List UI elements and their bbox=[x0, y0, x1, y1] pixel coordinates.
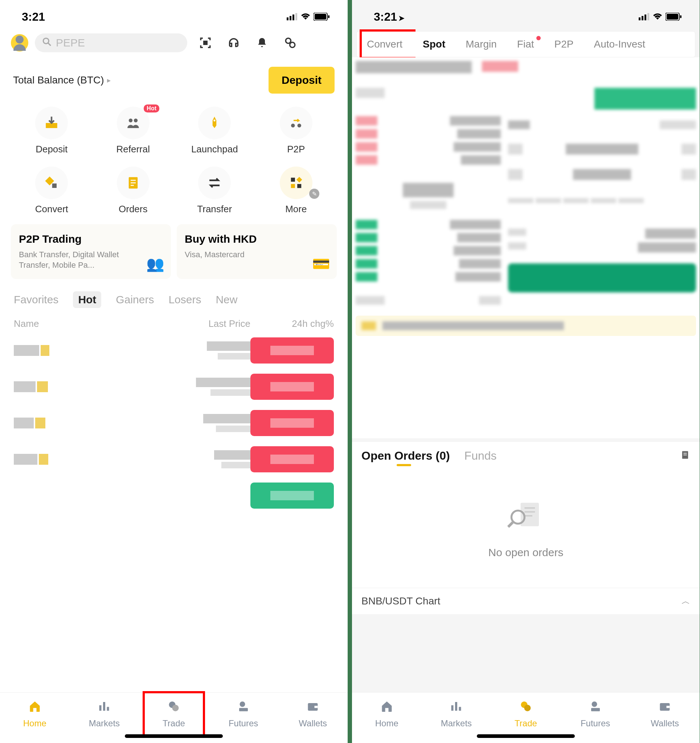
svg-rect-6 bbox=[328, 15, 329, 18]
tab-autoinvest[interactable]: Auto-Invest bbox=[583, 31, 656, 57]
search-placeholder: PEPE bbox=[56, 37, 85, 49]
svg-rect-40 bbox=[647, 13, 649, 20]
balance-row: Total Balance (BTC) ▸ Deposit bbox=[0, 56, 348, 100]
tab-hot[interactable]: Hot bbox=[73, 291, 101, 308]
bottom-nav: Home Markets Trade Futures Wallets bbox=[352, 692, 700, 743]
orders-icon bbox=[117, 167, 150, 199]
nav-wallets[interactable]: Wallets bbox=[278, 693, 348, 736]
svg-rect-5 bbox=[314, 14, 326, 19]
deposit-button[interactable]: Deposit bbox=[268, 67, 335, 93]
market-header: Name Last Price 24h chg% bbox=[0, 312, 348, 332]
nav-trade[interactable]: Trade bbox=[491, 693, 561, 736]
svg-point-33 bbox=[239, 702, 245, 707]
svg-rect-3 bbox=[295, 13, 297, 20]
svg-rect-55 bbox=[459, 707, 461, 711]
notification-dot bbox=[536, 36, 541, 40]
nav-markets[interactable]: Markets bbox=[70, 693, 139, 736]
action-more[interactable]: ✎ More bbox=[255, 167, 337, 215]
chart-bar[interactable]: BNB/USDT Chart ︿ bbox=[352, 588, 700, 614]
tab-new[interactable]: New bbox=[215, 293, 237, 306]
svg-rect-43 bbox=[680, 15, 682, 18]
tab-losers[interactable]: Losers bbox=[168, 293, 201, 306]
action-convert[interactable]: Convert bbox=[11, 167, 92, 215]
svg-rect-34 bbox=[239, 708, 248, 712]
action-deposit[interactable]: Deposit bbox=[11, 107, 92, 155]
signal-icon bbox=[287, 13, 298, 20]
tab-fiat[interactable]: Fiat bbox=[507, 31, 544, 57]
trade-icon bbox=[519, 700, 532, 716]
action-transfer[interactable]: Transfer bbox=[174, 167, 255, 215]
tab-p2p[interactable]: P2P bbox=[544, 31, 584, 57]
market-row[interactable] bbox=[0, 441, 348, 477]
svg-rect-30 bbox=[107, 707, 109, 711]
card-buy-hkd[interactable]: Buy with HKD Visa, Mastercard 💳 bbox=[177, 224, 337, 279]
tab-convert[interactable]: Convert bbox=[357, 31, 412, 57]
action-orders[interactable]: Orders bbox=[92, 167, 174, 215]
wallets-icon bbox=[306, 700, 319, 716]
market-row[interactable] bbox=[0, 477, 348, 514]
tab-open-orders[interactable]: Open Orders (0) bbox=[362, 449, 450, 463]
top-bar: PEPE bbox=[0, 29, 348, 56]
svg-line-52 bbox=[508, 522, 513, 527]
tab-gainers[interactable]: Gainers bbox=[116, 293, 154, 306]
nav-home[interactable]: Home bbox=[352, 693, 422, 736]
home-icon bbox=[380, 700, 393, 716]
svg-point-16 bbox=[291, 124, 295, 128]
wifi-icon bbox=[653, 13, 663, 20]
chevron-right-icon: ▸ bbox=[107, 76, 111, 84]
market-row[interactable] bbox=[0, 405, 348, 441]
svg-point-11 bbox=[290, 43, 295, 47]
search-icon bbox=[42, 37, 52, 49]
headset-icon[interactable] bbox=[227, 36, 241, 50]
balance-label[interactable]: Total Balance (BTC) ▸ bbox=[13, 74, 111, 86]
svg-rect-37 bbox=[639, 18, 641, 20]
signal-icon bbox=[639, 13, 650, 20]
launchpad-icon bbox=[198, 107, 231, 139]
market-row[interactable] bbox=[0, 332, 348, 369]
nav-wallets[interactable]: Wallets bbox=[630, 693, 700, 736]
svg-rect-39 bbox=[645, 15, 646, 20]
bottom-nav: Home Markets Trade Futures Wallets bbox=[0, 692, 348, 743]
svg-point-57 bbox=[524, 705, 531, 712]
bell-icon[interactable] bbox=[255, 36, 269, 50]
svg-rect-59 bbox=[591, 708, 600, 712]
scan-icon[interactable] bbox=[198, 36, 213, 50]
card-p2p-trading[interactable]: P2P Trading Bank Transfer, Digital Walle… bbox=[11, 224, 171, 279]
edit-icon: ✎ bbox=[309, 189, 319, 199]
search-doc-icon bbox=[506, 499, 546, 539]
nav-futures[interactable]: Futures bbox=[561, 693, 630, 736]
svg-rect-29 bbox=[103, 702, 105, 711]
tab-margin[interactable]: Margin bbox=[455, 31, 507, 57]
action-launchpad[interactable]: Launchpad bbox=[174, 107, 255, 155]
transfer-icon bbox=[198, 167, 231, 199]
nav-home[interactable]: Home bbox=[0, 693, 70, 736]
svg-point-58 bbox=[592, 702, 597, 707]
status-time: 3:21 bbox=[22, 10, 45, 24]
status-bar: 3:21➤ bbox=[352, 0, 700, 29]
status-bar: 3:21 bbox=[0, 0, 348, 29]
svg-point-17 bbox=[297, 124, 301, 128]
referral-icon bbox=[117, 107, 150, 139]
action-p2p[interactable]: P2P bbox=[255, 107, 337, 155]
status-icons bbox=[639, 13, 682, 21]
futures-icon bbox=[589, 700, 602, 716]
svg-rect-42 bbox=[667, 14, 678, 19]
nav-futures[interactable]: Futures bbox=[209, 693, 278, 736]
currency-icon[interactable] bbox=[283, 36, 298, 50]
nav-markets[interactable]: Markets bbox=[422, 693, 491, 736]
battery-icon bbox=[666, 13, 682, 21]
document-icon[interactable] bbox=[680, 450, 690, 463]
market-row[interactable] bbox=[0, 369, 348, 405]
nav-trade[interactable]: Trade bbox=[139, 693, 209, 736]
svg-rect-26 bbox=[291, 184, 295, 188]
market-tabs: Favorites Hot Gainers Losers New bbox=[0, 287, 348, 312]
tab-favorites[interactable]: Favorites bbox=[14, 293, 58, 306]
search-input[interactable]: PEPE bbox=[35, 33, 187, 52]
markets-icon bbox=[98, 700, 111, 716]
tab-funds[interactable]: Funds bbox=[464, 449, 497, 463]
svg-rect-53 bbox=[451, 705, 454, 711]
action-referral[interactable]: Hot Referral bbox=[92, 107, 174, 155]
svg-rect-19 bbox=[52, 184, 56, 188]
tab-spot[interactable]: Spot bbox=[412, 31, 455, 57]
avatar[interactable] bbox=[11, 34, 28, 52]
